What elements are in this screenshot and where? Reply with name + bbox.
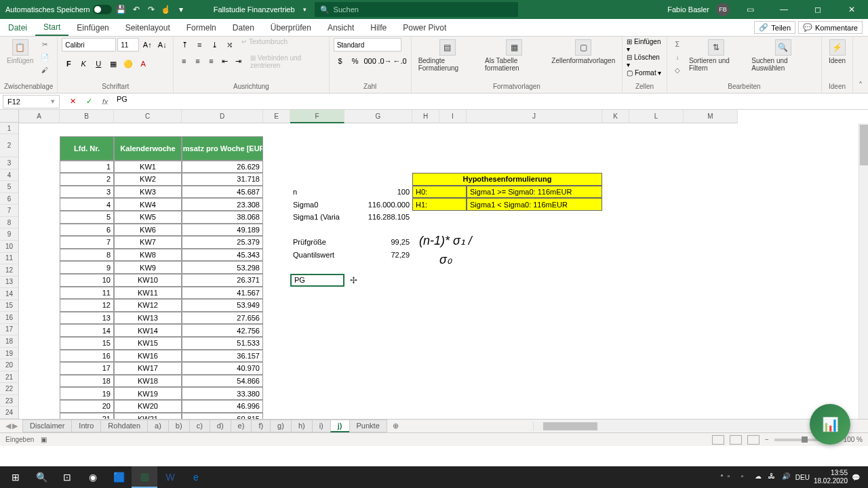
cell[interactable]: 45.343	[182, 249, 263, 262]
cell[interactable]: Sigma1 >= Sigma0: 116mEUR	[467, 186, 602, 199]
cell[interactable]: Umsatz pro Woche [EUR]	[182, 136, 263, 161]
cell[interactable]: 116.288.105	[344, 211, 412, 224]
cell[interactable]: Kalenderwoche	[114, 136, 182, 161]
accept-icon[interactable]: ✓	[81, 95, 96, 108]
cell[interactable]: Hypothesenformulierung	[412, 173, 602, 186]
orientation-icon[interactable]: ⤭	[222, 38, 236, 52]
merge-button[interactable]: ⊞ Verbinden und zentrieren	[250, 54, 325, 69]
tab-insert[interactable]: Einfügen	[68, 19, 117, 36]
cell[interactable]: Sigma1 < Sigma0: 116mEUR	[467, 198, 602, 211]
align-left-icon[interactable]: ≡	[178, 54, 190, 68]
tab-nav-next-icon[interactable]: ▶	[12, 422, 18, 430]
zoom-out-icon[interactable]: −	[765, 436, 769, 443]
cell[interactable]: 2	[60, 173, 114, 186]
row-header[interactable]: 14	[0, 288, 19, 300]
cell[interactable]: KW3	[114, 186, 182, 199]
autosave-toggle[interactable]: Automatisches Speichern	[5, 5, 112, 14]
volume-icon[interactable]: 🔊	[782, 472, 791, 482]
col-header[interactable]: D	[182, 110, 263, 123]
row-header[interactable]: 10	[0, 241, 19, 253]
cell[interactable]: 13	[60, 312, 114, 325]
onedrive-icon[interactable]: ☁	[755, 472, 764, 482]
cell[interactable]: 9	[60, 261, 114, 274]
row-header[interactable]: 4	[0, 169, 19, 182]
font-size-select[interactable]: 11	[117, 38, 139, 52]
cell[interactable]: 16	[60, 350, 114, 363]
row-header[interactable]: 21	[0, 371, 19, 384]
undo-icon[interactable]: ↶	[131, 4, 142, 15]
ideas-button[interactable]: ⚡Ideen	[826, 38, 848, 66]
tab-nav-prev-icon[interactable]: ◀	[5, 422, 11, 430]
cell[interactable]: 26.629	[182, 161, 263, 174]
conditional-format-button[interactable]: ▤Bedingte Formatierung	[416, 38, 479, 73]
page-break-view-icon[interactable]	[747, 435, 760, 445]
cell[interactable]: 3	[60, 186, 114, 199]
macro-icon[interactable]: ▣	[41, 436, 47, 443]
cell[interactable]: 14	[60, 324, 114, 337]
excel-task-icon[interactable]: ▥	[132, 466, 157, 488]
cell[interactable]: 1	[60, 161, 114, 174]
cell[interactable]: KW13	[114, 312, 182, 325]
col-header[interactable]: I	[439, 110, 467, 123]
obs-icon[interactable]: ◉	[80, 466, 106, 488]
cell[interactable]: 6	[60, 224, 114, 237]
cell[interactable]: KW15	[114, 337, 182, 350]
row-header[interactable]: 18	[0, 336, 19, 348]
cell[interactable]: 41.567	[182, 287, 263, 300]
spreadsheet[interactable]: 1 2 345678910111213141516171819202122232…	[0, 110, 868, 419]
row-header[interactable]: 17	[0, 324, 19, 336]
align-center-icon[interactable]: ≡	[191, 54, 203, 68]
row-header[interactable]: 1	[0, 123, 19, 135]
clear-icon[interactable]: ◇	[671, 64, 684, 76]
col-header[interactable]: C	[114, 110, 182, 123]
cell[interactable]: 38.068	[182, 211, 263, 224]
cell[interactable]: 116.000.000	[344, 198, 412, 211]
cell[interactable]: H0:	[412, 186, 467, 199]
comma-icon[interactable]: 000	[363, 54, 377, 68]
col-header[interactable]: A	[19, 110, 60, 123]
row-header[interactable]: 7	[0, 205, 19, 217]
row-header[interactable]: 16	[0, 312, 19, 324]
tab-formulas[interactable]: Formeln	[178, 19, 224, 36]
cell[interactable]: 12	[60, 299, 114, 312]
col-header[interactable]: H	[412, 110, 439, 123]
cell[interactable]: 53.298	[182, 261, 263, 274]
maximize-icon[interactable]: ◻	[804, 0, 831, 19]
cell[interactable]: n	[290, 186, 344, 199]
language-indicator[interactable]: DEU	[795, 474, 810, 481]
app-icon[interactable]: 🟦	[106, 466, 132, 488]
sheet-tab[interactable]: g)	[270, 420, 292, 432]
add-sheet-button[interactable]: ⊕	[387, 422, 404, 430]
start-menu-icon[interactable]: ⊞	[3, 466, 28, 488]
cell[interactable]: KW18	[114, 375, 182, 388]
page-layout-view-icon[interactable]	[730, 435, 742, 445]
sheet-tab[interactable]: Disclaimer	[22, 420, 72, 432]
number-format-select[interactable]: Standard	[334, 38, 401, 52]
col-header[interactable]: G	[344, 110, 412, 123]
cell[interactable]: 51.533	[182, 337, 263, 350]
sheet-tab[interactable]: e)	[231, 420, 252, 432]
cell[interactable]: 4	[60, 198, 114, 211]
paste-button[interactable]: 📋Einfügen	[4, 38, 36, 66]
cell[interactable]: 20	[60, 400, 114, 413]
delete-cells-button[interactable]: ⊟ Löschen ▾	[627, 54, 663, 68]
cell[interactable]: KW10	[114, 274, 182, 287]
increase-font-icon[interactable]: A↑	[140, 38, 154, 52]
row-header[interactable]: 22	[0, 383, 19, 395]
indent-inc-icon[interactable]: ⇥	[233, 54, 245, 68]
sheet-tab[interactable]: i)	[312, 420, 331, 432]
sheet-tab[interactable]: Intro	[71, 420, 101, 432]
search-box[interactable]: 🔍 Suchen	[315, 2, 518, 17]
sheet-tab[interactable]: d)	[210, 420, 231, 432]
cell[interactable]: Sigma1 (Varia	[290, 211, 344, 224]
sheet-tab[interactable]: Punkte	[349, 420, 387, 432]
active-cell[interactable]: PG	[290, 274, 344, 287]
percent-icon[interactable]: %	[349, 54, 362, 68]
underline-button[interactable]: U	[92, 57, 105, 70]
copy-icon[interactable]: 📄	[39, 51, 51, 63]
cell[interactable]: KW11	[114, 287, 182, 300]
cell[interactable]: 8	[60, 249, 114, 262]
row-header[interactable]: 23	[0, 395, 19, 407]
cell[interactable]: 40.970	[182, 362, 263, 375]
cell[interactable]: 25.379	[182, 236, 263, 249]
